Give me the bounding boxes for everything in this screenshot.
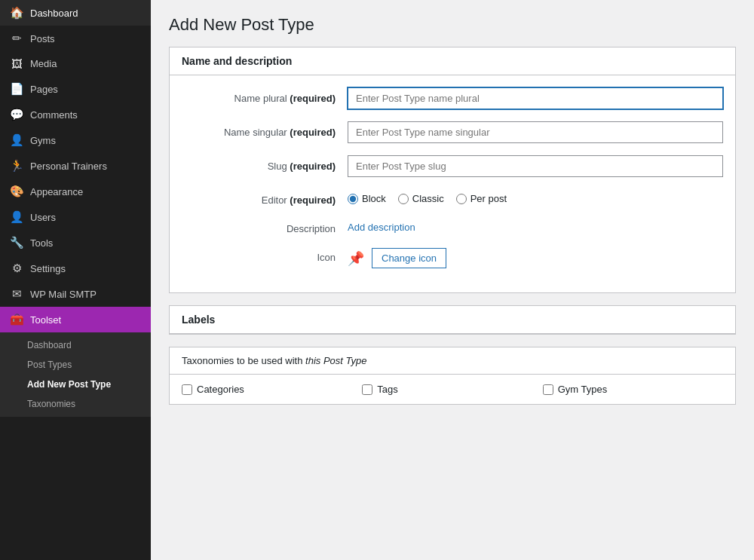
tax-item-gym-types: Gym Types (543, 384, 723, 395)
sidebar-item-tools[interactable]: 🔧 Tools (0, 230, 151, 256)
description-row: Description Add description (182, 218, 723, 234)
editor-block-radio[interactable] (348, 194, 358, 204)
sidebar-item-pages[interactable]: 📄 Pages (0, 76, 151, 102)
sidebar-item-label: Appearance (30, 186, 83, 197)
taxonomies-card: Taxonomies to be used with this Post Typ… (169, 347, 736, 405)
sidebar-item-label: Users (30, 212, 56, 223)
sidebar-sub-menu: Dashboard Post Types Add New Post Type T… (0, 332, 151, 417)
name-plural-row: Name plural (required) (182, 87, 723, 109)
name-description-card: Name and description Name plural (requir… (169, 47, 736, 293)
change-icon-button[interactable]: Change icon (372, 248, 446, 268)
add-description-link[interactable]: Add description (348, 218, 415, 233)
toolset-icon: 🧰 (9, 313, 24, 326)
gyms-icon: 👤 (9, 133, 24, 147)
sidebar-item-dashboard[interactable]: 🏠 Dashboard (0, 0, 151, 26)
sidebar-item-label: WP Mail SMTP (30, 289, 97, 300)
sidebar-item-posts[interactable]: ✏ Posts (0, 26, 151, 51)
sidebar-item-label: Personal Trainers (30, 161, 107, 172)
slug-label: Slug (required) (182, 155, 348, 172)
settings-icon: ⚙ (9, 262, 24, 275)
mail-icon: ✉ (9, 287, 24, 301)
editor-classic-radio[interactable] (398, 194, 409, 204)
editor-perpost-option[interactable]: Per post (456, 193, 507, 204)
sidebar-item-label: Toolset (30, 314, 61, 326)
pages-icon: 📄 (9, 82, 24, 96)
sidebar-sub-item-post-types[interactable]: Post Types (0, 355, 151, 375)
tags-checkbox[interactable] (362, 384, 372, 395)
sidebar-item-settings[interactable]: ⚙ Settings (0, 256, 151, 281)
editor-classic-option[interactable]: Classic (398, 193, 444, 204)
users-icon: 👤 (9, 210, 24, 224)
sidebar-sub-item-add-new-post-type[interactable]: Add New Post Type (0, 375, 151, 394)
editor-perpost-radio[interactable] (456, 194, 467, 204)
labels-card: Labels (169, 305, 736, 335)
main-content: Add New Post Type Name and description N… (151, 0, 754, 560)
sidebar-item-wp-mail-smtp[interactable]: ✉ WP Mail SMTP (0, 281, 151, 307)
sidebar-item-label: Media (30, 58, 57, 69)
name-singular-input[interactable] (348, 121, 723, 143)
sidebar-item-media[interactable]: 🖼 Media (0, 51, 151, 76)
sidebar-item-label: Settings (30, 263, 66, 274)
sidebar-item-gyms[interactable]: 👤 Gyms (0, 127, 151, 153)
sidebar-item-label: Tools (30, 237, 53, 249)
icon-controls: 📌 Change icon (348, 246, 446, 268)
sidebar-item-users[interactable]: 👤 Users (0, 204, 151, 230)
comments-icon: 💬 (9, 108, 24, 121)
icon-label: Icon (182, 246, 348, 263)
sidebar-item-appearance[interactable]: 🎨 Appearance (0, 179, 151, 204)
name-description-body: Name plural (required) Name singular (re… (170, 75, 735, 292)
editor-label: Editor (required) (182, 189, 348, 206)
gym-types-checkbox[interactable] (543, 384, 553, 395)
sidebar-item-label: Comments (30, 109, 78, 121)
dashboard-icon: 🏠 (9, 6, 24, 20)
sidebar-item-comments[interactable]: 💬 Comments (0, 102, 151, 127)
name-plural-label: Name plural (required) (182, 87, 348, 104)
slug-row: Slug (required) (182, 155, 723, 177)
tax-item-tags: Tags (362, 384, 542, 395)
name-description-header: Name and description (170, 47, 735, 75)
appearance-icon: 🎨 (9, 185, 24, 198)
tools-icon: 🔧 (9, 236, 24, 249)
tax-item-categories: Categories (182, 384, 362, 395)
sidebar-item-label: Dashboard (30, 8, 78, 19)
taxonomies-checkboxes: Categories Tags Gym Types (170, 375, 735, 404)
posts-icon: ✏ (9, 32, 24, 45)
sidebar-sub-item-taxonomies[interactable]: Taxonomies (0, 394, 151, 414)
description-label: Description (182, 218, 348, 234)
slug-input[interactable] (348, 155, 723, 177)
editor-radio-group: Block Classic Per post (348, 189, 507, 204)
name-plural-input[interactable] (348, 87, 723, 109)
personal-trainers-icon: 🏃 (9, 159, 24, 173)
name-singular-row: Name singular (required) (182, 121, 723, 143)
editor-row: Editor (required) Block Classic Per post (182, 189, 723, 206)
sidebar-item-toolset[interactable]: 🧰 Toolset (0, 307, 151, 332)
sidebar-item-label: Gyms (30, 135, 56, 146)
taxonomies-header: Taxonomies to be used with this Post Typ… (170, 347, 735, 375)
categories-checkbox[interactable] (182, 384, 192, 395)
page-title: Add New Post Type (169, 15, 736, 35)
editor-block-option[interactable]: Block (348, 193, 386, 204)
sidebar-item-label: Pages (30, 84, 58, 95)
media-icon: 🖼 (9, 57, 24, 70)
labels-header: Labels (170, 306, 735, 334)
name-singular-label: Name singular (required) (182, 121, 348, 138)
sidebar-sub-item-dashboard[interactable]: Dashboard (0, 335, 151, 355)
sidebar-item-personal-trainers[interactable]: 🏃 Personal Trainers (0, 153, 151, 179)
icon-row: Icon 📌 Change icon (182, 246, 723, 268)
sidebar: 🏠 Dashboard ✏ Posts 🖼 Media 📄 Pages 💬 Co… (0, 0, 151, 560)
pin-icon: 📌 (348, 250, 364, 267)
sidebar-item-label: Posts (30, 33, 55, 44)
